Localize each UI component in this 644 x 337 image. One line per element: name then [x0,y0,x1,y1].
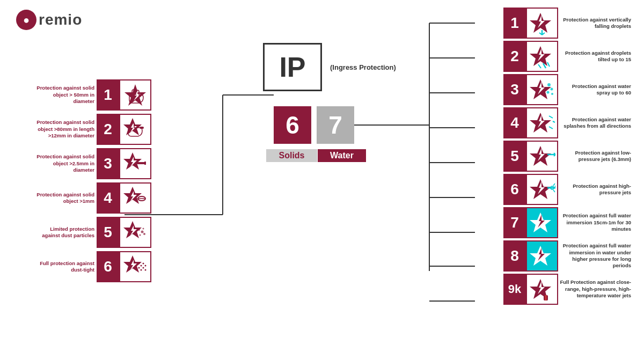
right-num-1: 1 [503,8,526,39]
logo-circle: ● [16,10,36,30]
solids-label: Solids [266,149,317,162]
right-icon-4 [526,107,558,138]
left-icon-6 [119,251,151,282]
svg-point-33 [145,265,147,267]
right-num-3: 3 [503,74,526,105]
right-num-6: 6 [503,174,526,205]
svg-rect-19 [144,162,146,165]
left-desc-2: Protection against solid object >80mm in… [32,119,97,139]
right-icon-7 [526,207,558,238]
ip-text: IP [279,53,305,81]
left-row-2: Protection against solid object >80mm in… [32,114,151,145]
svg-point-36 [143,267,144,269]
right-row-7: 7 Protection against full water immersio… [503,207,633,238]
svg-point-27 [143,228,144,230]
ip-box: IP [263,43,322,91]
right-row-8: 8 Protection against full water immersio… [503,240,633,272]
right-row-9k: 9k Full Protection against close-range, … [503,274,633,305]
right-row-3: 3 Protection against water spray up to 6… [503,74,633,105]
svg-point-32 [143,263,144,265]
right-icon-1 [526,8,558,39]
water-label: Water [318,149,366,162]
svg-point-51 [551,88,553,91]
left-num-6: 6 [97,251,119,282]
right-num-9k: 9k [503,274,526,305]
left-desc-3: Protection against solid object >2.5mm i… [32,153,97,173]
svg-point-35 [141,269,142,271]
right-icon-6 [526,174,558,205]
left-section: Protection against solid object > 50mm i… [32,79,151,282]
right-num-4: 4 [503,107,526,138]
svg-line-69 [555,186,555,188]
svg-point-28 [143,233,145,235]
left-num-1: 1 [97,79,119,111]
right-row-6: 6 Protection against high-pressure jets [503,174,633,205]
left-row-4: Protection against solid object >1mm 4 [32,182,151,214]
right-desc-7: Protection against full water immersion … [558,213,633,232]
right-num-5: 5 [503,141,526,172]
svg-point-25 [141,231,144,233]
right-desc-2: Protection against droplets tilted up to… [558,50,633,63]
left-icon-2 [119,114,151,145]
right-row-5: 5 Protection against low-pressure jets (… [503,141,633,172]
left-desc-5: Limited protection against dust particle… [32,226,97,239]
right-desc-5: Protection against low-pressure jets (6.… [558,150,633,163]
left-num-2: 2 [97,114,119,145]
left-icon-1 [119,79,151,111]
svg-point-26 [140,235,141,236]
left-row-5: Limited protection against dust particle… [32,217,151,248]
right-num-2: 2 [503,41,526,72]
right-row-2: 2 Protection against droplets tilted up … [503,41,633,72]
left-desc-6: Full protection against dust-tight [32,260,97,274]
right-desc-3: Protection against water spray up to 60 [558,83,633,97]
svg-rect-18 [137,162,145,164]
left-num-5: 5 [97,217,119,248]
right-desc-4: Protection against water splashes from a… [558,116,633,130]
left-row-1: Protection against solid object > 50mm i… [32,79,151,111]
left-num-3: 3 [97,148,119,179]
digit-6: 6 [274,106,311,144]
svg-point-50 [547,83,551,86]
right-num-7: 7 [503,207,526,238]
svg-point-24 [138,229,140,231]
right-row-4: 4 Protection against water splashes from… [503,107,633,138]
svg-point-34 [138,267,140,269]
right-section: 1 Protection against vertically falling … [503,8,633,305]
left-row-6: Full protection against dust-tight 6 [32,251,151,282]
left-row-3: Protection against solid object >2.5mm i… [32,148,151,179]
left-num-4: 4 [97,182,119,214]
svg-point-52 [547,91,550,94]
right-icon-8 [526,240,558,272]
right-desc-6: Protection against high-pressure jets [558,183,633,196]
right-row-1: 1 Protection against vertically falling … [503,8,633,39]
svg-point-31 [141,265,142,267]
svg-point-53 [551,93,553,95]
left-desc-4: Protection against solid object >1mm [32,192,97,205]
left-icon-5 [119,217,151,248]
logo-circle-letter: ● [23,14,30,26]
svg-rect-16 [140,127,144,129]
svg-point-30 [138,263,140,265]
left-desc-1: Protection against solid object > 50mm i… [32,85,97,105]
digit-7: 7 [317,106,354,144]
left-icon-3 [119,148,151,179]
right-num-8: 8 [503,240,526,272]
right-desc-8: Protection against full water immersion … [558,243,633,269]
right-icon-5 [526,141,558,172]
logo: ● remio [16,10,82,30]
right-icon-9k [526,274,558,305]
ingress-label: (Ingress Protection) [330,63,396,71]
left-icon-4 [119,182,151,214]
right-icon-2 [526,41,558,72]
right-desc-1: Protection against vertically falling dr… [558,17,633,30]
svg-point-37 [145,269,147,271]
logo-text: remio [39,11,82,28]
right-desc-9k: Full Protection against close-range, hig… [558,279,633,299]
right-icon-3 [526,74,558,105]
